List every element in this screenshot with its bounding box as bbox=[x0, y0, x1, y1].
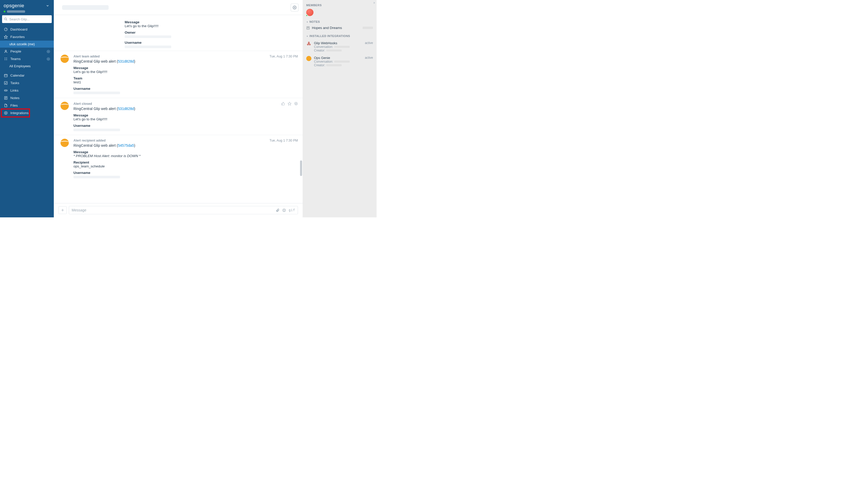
message-kind: Alert team added bbox=[74, 55, 100, 58]
nav-notes[interactable]: Notes bbox=[0, 94, 54, 102]
field-value: Let's go to the Glip!!!!! bbox=[74, 70, 298, 74]
nav-integrations-label: Integrations bbox=[10, 111, 29, 115]
alert-id-link[interactable]: 531d828d bbox=[118, 107, 134, 111]
integration-status: active bbox=[365, 56, 373, 60]
field-value-redacted bbox=[74, 176, 120, 178]
like-button[interactable] bbox=[281, 102, 285, 106]
message-row: Alert closedRingCentral Glip web alert (… bbox=[54, 98, 303, 135]
conversation-title-redacted bbox=[62, 5, 109, 10]
nav-teams[interactable]: Teams bbox=[0, 55, 54, 63]
field-value: Let's go to the Glip!!!!! bbox=[74, 117, 298, 121]
search-input[interactable] bbox=[2, 15, 52, 23]
nav-links-label: Links bbox=[10, 88, 19, 92]
alert-id-link[interactable]: 54575da5 bbox=[118, 143, 134, 148]
members-header: MEMBERS bbox=[306, 4, 373, 7]
star-icon bbox=[4, 35, 8, 39]
field-label: Username bbox=[74, 124, 298, 128]
integration-conversation: Conversation: bbox=[314, 60, 362, 63]
nav-files[interactable]: Files bbox=[0, 102, 54, 109]
calendar-icon bbox=[4, 74, 8, 77]
nav-teams-label: Teams bbox=[10, 57, 21, 61]
chevron-collapse-icon bbox=[373, 1, 376, 5]
field-label: Recipient bbox=[74, 160, 298, 164]
message-summary: RingCentral Glip web alert (531d828d) bbox=[74, 59, 298, 63]
note-item[interactable]: Hopes and Dreams bbox=[306, 25, 373, 30]
field-label: Owner bbox=[125, 31, 298, 34]
integration-item[interactable]: Ops GenieConversation:Creator:active bbox=[306, 54, 373, 69]
attach-button[interactable] bbox=[276, 208, 280, 212]
add-team-icon[interactable] bbox=[46, 57, 50, 61]
nav-favorites[interactable]: Favorites bbox=[0, 33, 54, 41]
paperclip-icon bbox=[276, 208, 280, 212]
favorite-button[interactable] bbox=[287, 102, 292, 106]
message-settings-button[interactable] bbox=[294, 102, 298, 106]
search-icon bbox=[4, 18, 8, 21]
conversation-header bbox=[54, 0, 303, 15]
add-person-icon[interactable] bbox=[46, 50, 50, 53]
integrations-header[interactable]: INSTALLED INTEGRATIONS bbox=[306, 34, 373, 38]
compose-bar: gif bbox=[54, 203, 303, 217]
note-item-label: Hopes and Dreams bbox=[312, 26, 342, 30]
message-summary: RingCentral Glip web alert (54575da5) bbox=[74, 143, 298, 148]
collapse-right-panel-button[interactable] bbox=[373, 1, 376, 5]
integration-creator: Creator: bbox=[314, 63, 362, 67]
svg-point-22 bbox=[4, 111, 7, 114]
svg-line-1 bbox=[6, 20, 7, 20]
workspace-switcher-chevron[interactable] bbox=[44, 3, 51, 9]
message-list[interactable]: Message Let's go to the Glip!!!!! Owner … bbox=[54, 15, 303, 203]
nav-integrations[interactable]: Integrations bbox=[0, 109, 54, 117]
webhook-icon bbox=[306, 41, 312, 46]
svg-point-27 bbox=[296, 103, 297, 104]
favorite-item-me[interactable]: ufuk ozcelik (me) bbox=[0, 41, 54, 47]
gif-button[interactable]: gif bbox=[289, 208, 295, 212]
alert-id-link[interactable]: 531d828d bbox=[118, 59, 134, 63]
link-icon bbox=[4, 88, 8, 92]
nav-calendar[interactable]: Calendar bbox=[0, 72, 54, 79]
svg-point-30 bbox=[283, 209, 285, 211]
right-panel: MEMBERS NOTES Hopes and Dreams INSTALLED… bbox=[303, 0, 377, 217]
scrollbar-thumb[interactable] bbox=[300, 160, 302, 176]
svg-marker-33 bbox=[374, 2, 375, 4]
nav-links[interactable]: Links bbox=[0, 87, 54, 94]
dashboard-icon bbox=[4, 28, 8, 31]
user-status[interactable] bbox=[0, 10, 54, 15]
message-time: Tue, Aug 1 7:30 PM bbox=[270, 139, 298, 142]
nav-tasks[interactable]: Tasks bbox=[0, 79, 54, 87]
field-value-redacted bbox=[74, 92, 120, 94]
nav-people[interactable]: People bbox=[0, 47, 54, 55]
emoji-button[interactable] bbox=[282, 208, 286, 212]
svg-point-9 bbox=[6, 58, 7, 58]
svg-point-4 bbox=[5, 50, 7, 52]
note-icon bbox=[4, 96, 8, 100]
integration-name: Glip WebHooks bbox=[314, 41, 362, 45]
integration-status: active bbox=[365, 41, 373, 45]
left-sidebar: opsgenie Dashboard bbox=[0, 0, 54, 217]
compose-add-button[interactable] bbox=[58, 206, 67, 214]
field-value: test1 bbox=[74, 80, 298, 84]
field-value-redacted bbox=[74, 129, 120, 131]
team-item-all-employees[interactable]: All Employees bbox=[0, 63, 54, 70]
svg-rect-15 bbox=[4, 74, 7, 77]
person-icon bbox=[4, 50, 8, 53]
field-label: Message bbox=[125, 20, 298, 24]
notes-header[interactable]: NOTES bbox=[306, 20, 373, 23]
svg-point-25 bbox=[294, 7, 295, 8]
username-redacted bbox=[7, 10, 25, 13]
message-kind: Alert recipient added bbox=[74, 139, 106, 142]
svg-rect-17 bbox=[4, 82, 7, 84]
field-label: Message bbox=[74, 113, 298, 117]
member-avatar[interactable] bbox=[306, 9, 314, 16]
field-label: Team bbox=[74, 76, 298, 80]
bot-avatar bbox=[61, 102, 69, 110]
nav-dashboard[interactable]: Dashboard bbox=[0, 25, 54, 33]
message-time: Tue, Aug 1 7:30 PM bbox=[270, 55, 298, 58]
svg-point-10 bbox=[5, 59, 6, 60]
nav-tasks-label: Tasks bbox=[10, 81, 19, 85]
svg-marker-26 bbox=[288, 102, 291, 105]
star-icon bbox=[287, 102, 292, 106]
integration-item[interactable]: Glip WebHooksConversation:Creator:active bbox=[306, 40, 373, 54]
workspace-name[interactable]: opsgenie bbox=[4, 3, 24, 9]
conversation-settings-button[interactable] bbox=[291, 4, 299, 11]
compose-input[interactable] bbox=[72, 208, 274, 212]
message-row: Alert team addedTue, Aug 1 7:30 PMRingCe… bbox=[54, 51, 303, 98]
